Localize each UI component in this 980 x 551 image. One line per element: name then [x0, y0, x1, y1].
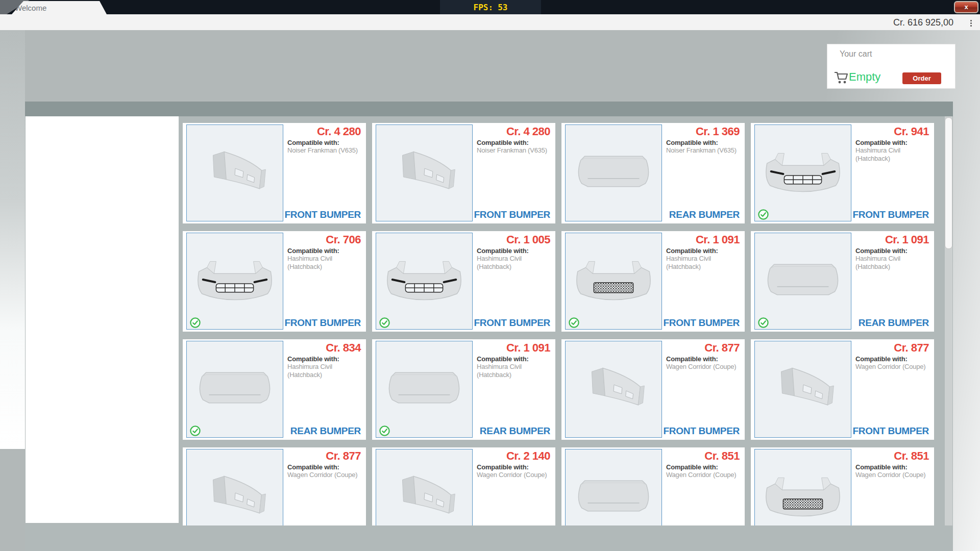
product-card[interactable]: Cr. 1 091 Compatible with: Hashimura Civ… — [751, 231, 934, 332]
product-card[interactable]: Cr. 2 140 Compatible with: Wagen Corrido… — [372, 447, 555, 525]
product-price: Cr. 1 091 — [696, 233, 740, 246]
compatible-model: Wagen Corridor (Coupe) — [666, 471, 741, 479]
product-price: Cr. 851 — [704, 449, 740, 463]
product-image — [565, 233, 662, 330]
compatible-with-label: Compatible with: — [666, 463, 741, 471]
sidebar-category-item[interactable] — [26, 119, 179, 131]
compatible-with-label: Compatible with: — [477, 355, 551, 363]
compatible-model: Wagen Corridor (Coupe) — [287, 471, 362, 479]
product-price: Cr. 706 — [326, 233, 361, 246]
bumper-render — [389, 372, 459, 403]
sidebar-category-item[interactable] — [26, 259, 179, 271]
bumper-render — [213, 476, 265, 513]
part-type-label: FRONT BUMPER — [285, 317, 361, 329]
compatible-with-label: Compatible with: — [287, 247, 362, 255]
owned-check-icon — [569, 317, 579, 328]
compatibility-block: Compatible with: Wagen Corridor (Coupe) — [666, 355, 741, 371]
header-bar: Cr. 616 925,00 — [0, 14, 980, 30]
compatible-with-label: Compatible with: — [477, 463, 551, 471]
compatible-model: Hashimura Civil — [287, 363, 362, 371]
product-image — [376, 341, 473, 438]
window-title-bar: Welcome FPS: 53 x — [0, 0, 980, 14]
product-card[interactable]: Cr. 1 005 Compatible with: Hashimura Civ… — [372, 231, 555, 332]
sidebar-category-item[interactable] — [26, 234, 179, 246]
sidebar-category-item[interactable] — [26, 285, 179, 297]
product-price: Cr. 834 — [326, 341, 361, 355]
compatibility-block: Compatible with: Noiser Frankman (V635) — [666, 139, 741, 155]
part-type-label: REAR BUMPER — [290, 425, 361, 437]
bumper-render — [781, 368, 834, 405]
compatible-with-label: Compatible with: — [477, 139, 551, 146]
compatible-with-label: Compatible with: — [855, 247, 930, 255]
bumper-render — [213, 152, 265, 188]
close-icon[interactable]: x — [954, 1, 978, 13]
part-type-label: FRONT BUMPER — [664, 317, 740, 329]
product-card[interactable]: Cr. 4 280 Compatible with: Noiser Frankm… — [183, 123, 366, 223]
bumper-render — [577, 261, 650, 299]
product-price: Cr. 4 280 — [317, 125, 361, 138]
fps-counter: FPS: 53 — [440, 0, 541, 14]
compatibility-block: Compatible with: Wagen Corridor (Coupe) — [477, 463, 551, 479]
compatible-model: Hashimura Civil — [855, 146, 930, 155]
scrollbar-thumb[interactable] — [945, 117, 952, 249]
bumper-render — [402, 476, 455, 513]
vertical-scrollbar[interactable] — [945, 116, 952, 525]
compatible-model: Noiser Frankman (V635) — [666, 146, 741, 155]
compatible-model: Wagen Corridor (Coupe) — [666, 363, 741, 371]
bumper-render — [766, 153, 840, 191]
cart-status: Empty — [849, 70, 880, 84]
product-card[interactable]: Cr. 1 091 Compatible with: Hashimura Civ… — [372, 339, 555, 440]
product-card[interactable]: Cr. 877 Compatible with: Wagen Corridor … — [561, 339, 745, 440]
compatible-with-label: Compatible with: — [287, 139, 362, 146]
product-card[interactable]: Cr. 1 369 Compatible with: Noiser Frankm… — [561, 123, 745, 223]
compatibility-block: Compatible with: Wagen Corridor (Coupe) — [855, 463, 930, 479]
product-card[interactable]: Cr. 1 091 Compatible with: Hashimura Civ… — [561, 231, 745, 332]
sidebar-category-item[interactable] — [26, 310, 179, 322]
sidebar-category-item[interactable] — [26, 191, 179, 203]
product-price: Cr. 4 280 — [506, 125, 550, 138]
compatible-with-label: Compatible with: — [287, 463, 362, 471]
product-card[interactable]: Cr. 851 Compatible with: Wagen Corridor … — [561, 447, 745, 525]
product-card[interactable]: Cr. 941 Compatible with: Hashimura Civil… — [751, 123, 934, 223]
sidebar-category-item[interactable] — [26, 208, 179, 220]
product-card[interactable]: Cr. 877 Compatible with: Wagen Corridor … — [751, 339, 934, 440]
compatible-with-label: Compatible with: — [855, 139, 930, 146]
fps-label: FPS: — [474, 3, 494, 12]
compatibility-block: Compatible with: Wagen Corridor (Coupe) — [287, 463, 362, 479]
product-image — [186, 341, 283, 438]
compatible-model: Hashimura Civil — [477, 255, 551, 263]
compatible-model: Wagen Corridor (Coupe) — [855, 363, 930, 371]
compatibility-block: Compatible with: Noiser Frankman (V635) — [287, 139, 362, 155]
product-price: Cr. 2 140 — [506, 449, 550, 463]
sidebar-category-item[interactable] — [26, 137, 179, 149]
product-image — [754, 233, 851, 330]
kebab-menu-icon[interactable] — [968, 18, 974, 28]
product-price: Cr. 1 091 — [506, 341, 550, 355]
products-grid: Cr. 4 280 Compatible with: Noiser Frankm… — [183, 123, 940, 525]
sidebar-category-item[interactable] — [26, 172, 179, 185]
part-type-label: FRONT BUMPER — [664, 425, 740, 437]
product-price: Cr. 1 091 — [885, 233, 929, 246]
tab-welcome[interactable]: Welcome — [12, 1, 107, 14]
product-image — [186, 233, 283, 330]
compatible-model: (Hatchback) — [855, 263, 930, 271]
product-card[interactable]: Cr. 877 Compatible with: Wagen Corridor … — [183, 447, 366, 525]
part-type-label: REAR BUMPER — [859, 317, 929, 329]
compatible-model: (Hatchback) — [287, 371, 362, 379]
product-price: Cr. 877 — [326, 449, 361, 463]
compatibility-block: Compatible with: Wagen Corridor (Coupe) — [855, 355, 930, 371]
product-price: Cr. 1 005 — [506, 233, 550, 246]
product-card[interactable]: Cr. 706 Compatible with: Hashimura Civil… — [183, 231, 366, 332]
product-card[interactable]: Cr. 851 Compatible with: Wagen Corridor … — [751, 447, 934, 525]
compatible-with-label: Compatible with: — [666, 139, 741, 146]
compatibility-block: Compatible with: Hashimura Civil(Hatchba… — [477, 355, 551, 379]
product-card[interactable]: Cr. 4 280 Compatible with: Noiser Frankm… — [372, 123, 555, 223]
product-card[interactable]: Cr. 834 Compatible with: Hashimura Civil… — [183, 339, 366, 440]
compatible-model: Noiser Frankman (V635) — [477, 146, 551, 155]
order-button[interactable]: Order — [902, 72, 941, 84]
sidebar-category-item[interactable] — [26, 155, 179, 167]
compatibility-block: Compatible with: Hashimura Civil(Hatchba… — [666, 247, 741, 270]
compatible-with-label: Compatible with: — [666, 355, 741, 363]
background-left-strip — [0, 30, 25, 449]
compatible-with-label: Compatible with: — [855, 355, 930, 363]
